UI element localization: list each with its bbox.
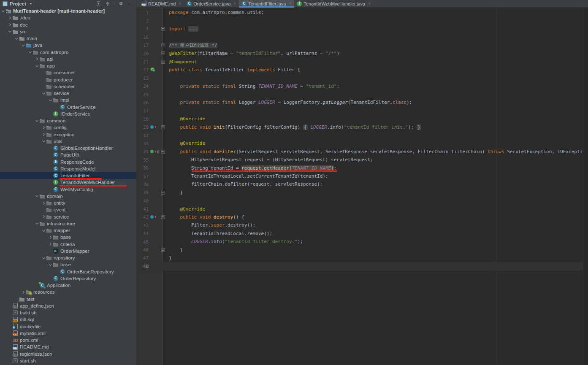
tree-item-orderservice[interactable]: COrderService	[0, 104, 136, 111]
tree-item-app-define-json[interactable]: {}app_define.json	[0, 303, 136, 309]
tree-item-responsemodel[interactable]: CResponseModel	[0, 165, 136, 172]
chevron-right-icon[interactable]	[21, 290, 25, 294]
tree-item-orderrepository[interactable]: COrderRepository	[0, 275, 136, 282]
tree-item-service[interactable]: service	[0, 90, 136, 97]
tree-item-producer[interactable]: producer	[0, 76, 136, 83]
tree-item-regionless-json[interactable]: {}regionless.json	[0, 351, 136, 357]
tree-item-responsecode[interactable]: EResponseCode	[0, 159, 136, 165]
tree-item-com-astropro[interactable]: com.astropro	[0, 49, 136, 56]
chevron-right-icon[interactable]	[41, 215, 46, 219]
chevron-right-icon[interactable]	[41, 125, 46, 130]
chevron-down-icon[interactable]	[41, 256, 46, 260]
chevron-down-icon[interactable]	[8, 30, 12, 34]
tree-item-scheduler[interactable]: scheduler	[0, 83, 136, 90]
collapse-all-icon[interactable]	[105, 1, 110, 6]
close-icon[interactable]: ×	[368, 1, 371, 6]
tree-item-impl[interactable]: impl	[0, 97, 136, 103]
code-line-33[interactable]: 33 @Override	[137, 139, 588, 147]
implements-method-icon[interactable]	[150, 150, 154, 153]
tree-item-mutitenant-header-muti-tenant-header-[interactable]: MutiTenant-header [muti-tenant-header]	[0, 8, 136, 14]
chevron-down-icon[interactable]	[41, 139, 46, 143]
tree-item-domain[interactable]: domain	[0, 193, 136, 200]
code-line-34[interactable]: 34↑@ public void doFilter(ServletRequest…	[137, 148, 588, 156]
tree-item-mapper[interactable]: mapper	[0, 227, 136, 234]
fold-marker-icon[interactable]	[160, 150, 165, 154]
code-line-47[interactable]: 47}	[137, 254, 588, 262]
code-line-36[interactable]: 36 String tenantId = request.getHeader(T…	[137, 164, 588, 172]
tree-item-exception[interactable]: exception	[0, 131, 136, 138]
code-line-17[interactable]: 17+/** 租户ID过滤器 */	[137, 41, 588, 49]
project-panel-title[interactable]: Project	[10, 1, 26, 6]
tree-item-app[interactable]: app	[0, 62, 136, 69]
chevron-down-icon[interactable]	[14, 36, 19, 41]
tree-item-doc[interactable]: doc	[0, 22, 136, 28]
tree-item-consumer[interactable]: consumer	[0, 69, 136, 76]
tree-item-base[interactable]: base	[0, 261, 136, 268]
code-line-40[interactable]: 40	[137, 197, 588, 205]
chevron-down-icon[interactable]	[28, 50, 32, 54]
settings-icon[interactable]: ⚙	[118, 1, 124, 6]
code-line-43[interactable]: 43 Filter.super.destroy();	[137, 221, 588, 229]
chevron-down-icon[interactable]	[35, 194, 39, 198]
code-line-16[interactable]: 16	[137, 33, 588, 41]
tree-item-mybatis-xml[interactable]: <>mybatis.xml	[0, 330, 136, 337]
close-icon[interactable]: ×	[233, 1, 236, 6]
tree-item-tenantidwebmvchandler[interactable]: ITenantIdWebMvcHandler	[0, 179, 136, 186]
code-line-3[interactable]: 3+import ...	[137, 25, 588, 33]
tree-item-webmvcconfig[interactable]: CWebMvcConfig	[0, 186, 136, 193]
chevron-down-icon[interactable]	[35, 119, 39, 123]
tree-item-build-sh[interactable]: ›build.sh	[0, 309, 136, 316]
chevron-right-icon[interactable]	[48, 235, 52, 239]
code-line-20[interactable]: 20@WebFilter(filterName = "tenantIdFilte…	[137, 49, 588, 57]
tree-item-pom-xml[interactable]: mpom.xml	[0, 337, 136, 343]
tree-item-common[interactable]: common	[0, 117, 136, 124]
tree-item-base[interactable]: base	[0, 234, 136, 241]
tree-item-readme-md[interactable]: MDREADME.md	[0, 343, 136, 350]
tree-item-repository[interactable]: repository	[0, 254, 136, 261]
tree-item--idea[interactable]: .idea	[0, 14, 136, 21]
editor-scrollbar[interactable]	[583, 8, 588, 365]
code-line-35[interactable]: 35 HttpServletRequest request = (HttpSer…	[137, 156, 588, 164]
chevron-down-icon[interactable]	[48, 98, 52, 102]
code-line-26[interactable]: 26 private static final Logger LOGGER = …	[137, 98, 588, 106]
tree-item-start-sh[interactable]: ›start.sh	[0, 357, 136, 364]
fold-marker-icon[interactable]: +	[160, 125, 165, 129]
code-line-21[interactable]: 21@Component	[137, 57, 588, 65]
code-line-46[interactable]: 46 }	[137, 246, 588, 254]
code-line-37[interactable]: 37 TenantIdThreadLocal.setCurrentTenantI…	[137, 172, 588, 180]
tree-item-main[interactable]: main	[0, 35, 136, 42]
chevron-down-icon[interactable]	[21, 43, 25, 47]
code-line-22[interactable]: 22public class TenantIdFilter implements…	[137, 66, 588, 74]
tree-item-src[interactable]: src	[0, 28, 136, 35]
fold-marker-icon[interactable]: +	[160, 27, 165, 31]
code-line-28[interactable]: 28 @Override	[137, 115, 588, 123]
close-icon[interactable]: ×	[289, 1, 291, 6]
hide-panel-icon[interactable]: ─	[127, 1, 133, 6]
tree-item-utils[interactable]: utils	[0, 138, 136, 145]
chevron-right-icon[interactable]	[48, 242, 52, 246]
tree-item-event[interactable]: event	[0, 206, 136, 213]
close-icon[interactable]: ×	[179, 1, 181, 6]
chevron-right-icon[interactable]	[8, 23, 12, 27]
chevron-right-icon[interactable]	[35, 57, 39, 61]
code-line-24[interactable]: 24 private static final String TENANT_ID…	[137, 82, 588, 90]
chevron-down-icon[interactable]	[35, 222, 39, 226]
tab-orderservice-java[interactable]: COrderService.java×	[184, 0, 239, 7]
tree-item-resources[interactable]: resources	[0, 289, 136, 295]
tree-item-test[interactable]: test	[0, 296, 136, 303]
fold-marker-icon[interactable]	[160, 215, 165, 219]
tree-item-orderbaserepository[interactable]: COrderBaseRepository	[0, 268, 136, 275]
tree-item-pageutil[interactable]: CPageUtil	[0, 151, 136, 158]
tree-item-ordermapper[interactable]: OrderMapper	[0, 248, 136, 254]
fold-marker-icon[interactable]	[160, 51, 165, 55]
tree-item-globalexceptionhandler[interactable]: CGlobalExceptionHandler	[0, 145, 136, 151]
code-line-27[interactable]: 27	[137, 107, 588, 115]
chevron-down-icon[interactable]	[35, 64, 39, 68]
tree-item-entity[interactable]: entity	[0, 200, 136, 206]
code-line-41[interactable]: 41 @Override	[137, 205, 588, 213]
chevron-down-icon[interactable]	[1, 9, 5, 13]
scroll-from-source-icon[interactable]	[95, 1, 101, 6]
chevron-down-icon[interactable]	[41, 91, 46, 95]
fold-marker-icon[interactable]	[160, 248, 165, 252]
tree-item-application[interactable]: CApplication	[0, 282, 136, 289]
